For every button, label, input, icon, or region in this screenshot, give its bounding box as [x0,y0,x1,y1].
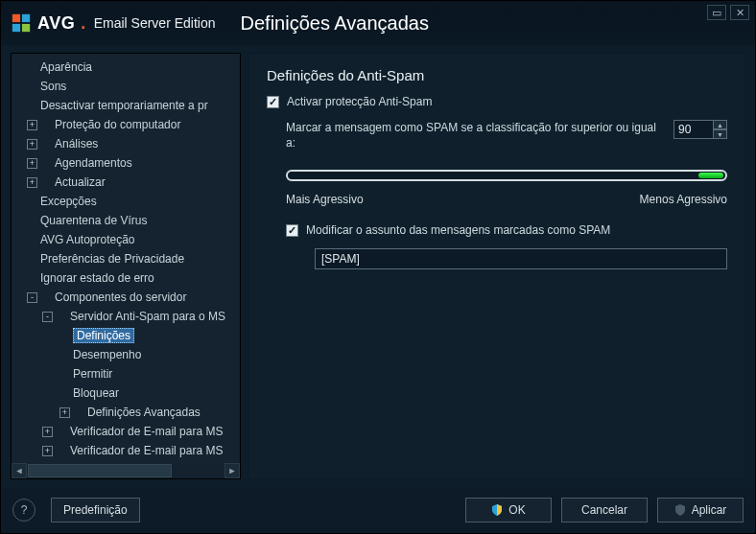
enable-antispam-label: Activar protecção Anti-Spam [287,95,432,108]
preset-button[interactable]: Predefinição [51,498,140,522]
help-button[interactable]: ? [12,499,35,522]
tree-item[interactable]: Sons [15,77,240,96]
tree-item[interactable]: +Definições Avançadas [15,403,240,422]
titlebar: AVG . Email Server Edition Definições Av… [1,1,755,45]
aggressiveness-slider[interactable] [286,166,727,185]
section-title: Definições do Anti-Spam [267,67,727,83]
score-threshold-spinner[interactable]: ▲ ▼ [673,120,727,139]
brand-name: AVG [37,13,75,34]
slider-thumb[interactable] [698,173,723,178]
tree-item[interactable]: Desempenho [15,345,240,364]
horizontal-scrollbar[interactable]: ◄ ► [12,463,240,478]
tree-item[interactable]: +Verificador de E-mail para MS [15,441,240,460]
svg-rect-0 [12,14,20,22]
tree-item[interactable]: +Agendamentos [15,153,240,173]
score-threshold-label: Marcar a mensagem como SPAM se a classif… [286,120,673,151]
scroll-thumb[interactable] [28,464,172,477]
apply-button[interactable]: Aplicar [657,498,744,522]
slider-label-right: Menos Agressivo [640,193,727,206]
tree-item-label: Proteção do computador [55,118,180,131]
tree-item-label: Sons [40,80,66,93]
enable-antispam-checkbox[interactable] [267,96,279,108]
content-panel: Definições do Anti-Spam Activar protecçã… [248,53,745,479]
tree-item[interactable]: Aparência [15,58,240,77]
tree-item-label: Aparência [40,60,92,74]
expand-icon[interactable]: + [42,427,53,437]
spinner-up[interactable]: ▲ [714,120,727,129]
window: AVG . Email Server Edition Definições Av… [0,0,756,534]
tree-item[interactable]: +Análises [15,134,240,153]
tree-item-label: Verificador de E-mail para MS [70,425,223,438]
tree-item-label: AVG Autoproteção [40,233,135,246]
tree-item-label: Excepções [40,195,97,208]
slider-label-left: Mais Agressivo [286,193,364,206]
expand-icon[interactable]: + [42,446,53,456]
svg-rect-2 [12,24,20,32]
tree-item-label: Quarentena de Vírus [40,214,147,227]
subject-prefix-input[interactable] [315,248,727,269]
tree-item[interactable]: Permitir [15,364,240,383]
product-name: Email Server Edition [94,15,216,31]
shield-icon [491,504,503,516]
scroll-track[interactable] [27,463,224,478]
collapse-icon[interactable]: - [27,292,37,303]
avg-shield-icon [11,12,32,34]
tree-item-label: Definições Avançadas [87,406,201,419]
tree-item[interactable]: Definições [15,326,240,345]
svg-rect-3 [22,24,30,32]
tree-item-label: Desactivar temporariamente a pr [40,99,208,112]
modify-subject-label: Modificar o assunto das mensagens marcad… [306,223,610,237]
tree-item[interactable]: Bloquear [15,383,240,403]
scroll-left-arrow[interactable]: ◄ [12,463,27,478]
tree-item[interactable]: +Verificador de E-mail para MS [15,422,240,441]
minimize-button[interactable]: ▭ [707,5,726,20]
tree-item-label: Preferências de Privacidade [40,252,184,266]
tree-item-label: Desempenho [73,348,141,361]
brand-dot: . [81,13,86,34]
tree-item[interactable]: Preferências de Privacidade [15,249,240,268]
tree-item-label: Análises [55,137,98,151]
tree-item[interactable]: AVG Autoproteção [15,230,240,249]
expand-icon[interactable]: + [27,139,37,150]
expand-icon[interactable]: + [27,158,37,169]
ok-button[interactable]: OK [465,498,552,522]
tree-item[interactable]: Quarentena de Vírus [15,211,240,230]
tree-item-label: Definições [73,328,134,343]
nav-tree: AparênciaSonsDesactivar temporariamente … [15,58,240,461]
tree-item[interactable]: Excepções [15,192,240,211]
spinner-down[interactable]: ▼ [714,129,727,139]
tree-item-label: Componentes do servidor [55,290,186,304]
scroll-right-arrow[interactable]: ► [224,463,240,478]
tree-item[interactable]: +Actualizar [15,173,240,192]
tree-item[interactable]: -Servidor Anti-Spam para o MS [15,307,240,326]
modify-subject-checkbox[interactable] [286,224,298,237]
tree-item-label: Verificador de E-mail para MS [70,444,223,457]
tree-item-label: Ignorar estado de erro [40,271,154,285]
page-title: Definições Avançadas [241,12,429,35]
score-threshold-input[interactable] [673,120,714,139]
expand-icon[interactable]: + [27,120,37,130]
tree-item[interactable]: +Proteção do computador [15,115,240,134]
svg-rect-1 [22,14,30,22]
sidebar: AparênciaSonsDesactivar temporariamente … [11,53,241,479]
tree-item-label: Bloquear [73,386,119,400]
tree-item-label: Permitir [73,367,112,381]
shield-icon [674,504,686,516]
cancel-button[interactable]: Cancelar [561,498,648,522]
brand-logo: AVG . Email Server Edition [11,12,216,34]
tree-item[interactable]: Ignorar estado de erro [15,268,240,288]
footer: ? Predefinição OK Cancelar Aplicar [1,487,755,533]
tree-item-label: Actualizar [55,175,106,189]
tree-item-label: Agendamentos [55,156,132,170]
expand-icon[interactable]: + [59,407,70,418]
close-button[interactable]: ✕ [730,5,749,20]
tree-item[interactable]: Desactivar temporariamente a pr [15,96,240,115]
apply-label: Aplicar [692,503,727,517]
ok-label: OK [508,503,525,517]
expand-icon[interactable]: + [27,177,37,188]
tree-item-label: Servidor Anti-Spam para o MS [70,310,225,323]
tree-item[interactable]: -Componentes do servidor [15,288,240,307]
collapse-icon[interactable]: - [42,312,53,322]
